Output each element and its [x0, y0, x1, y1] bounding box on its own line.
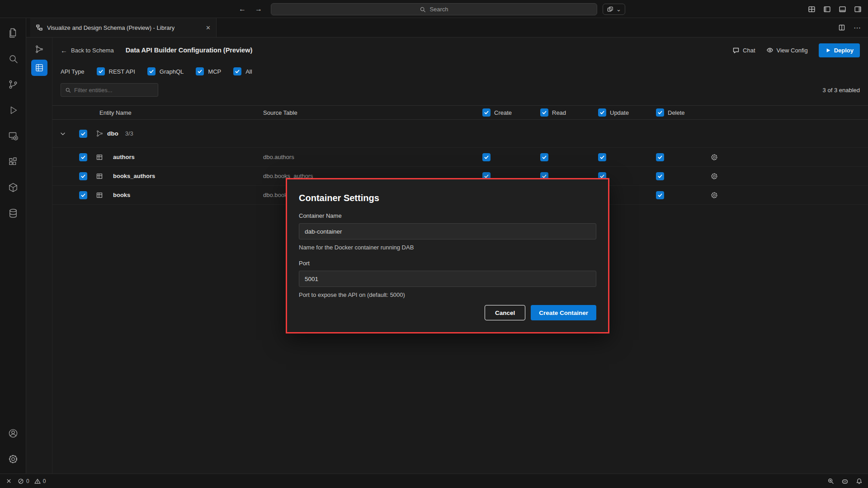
zoom-status-button[interactable] [827, 478, 834, 484]
accounts-button[interactable] [0, 420, 26, 446]
row-settings-button[interactable] [710, 153, 718, 161]
delete-all-checkbox[interactable] [656, 108, 664, 117]
dab-config-button[interactable] [31, 60, 47, 76]
extensions-button[interactable] [0, 149, 26, 174]
remote-explorer-button[interactable] [0, 123, 26, 149]
back-to-schema-link[interactable]: ← Back to Schema [61, 47, 114, 54]
search-sidebar-button[interactable] [0, 46, 26, 71]
read-checkbox[interactable] [540, 153, 548, 161]
source-table: dbo.authors [263, 154, 458, 160]
search-icon [65, 87, 71, 93]
command-search-input[interactable]: Search [271, 3, 597, 15]
chevron-down-icon: ⌄ [616, 6, 621, 13]
container-settings-dialog: Container Settings Container Name Name f… [286, 178, 609, 333]
delete-checkbox[interactable] [656, 172, 664, 180]
deploy-button[interactable]: Deploy [819, 43, 860, 57]
search-icon [420, 6, 426, 13]
cancel-button[interactable]: Cancel [485, 305, 525, 320]
create-all-checkbox[interactable] [482, 108, 491, 117]
all-checkbox[interactable] [233, 67, 241, 75]
rest-api-checkbox[interactable] [97, 67, 105, 75]
toggle-sidebar-left-button[interactable] [823, 5, 831, 13]
row-checkbox[interactable] [79, 172, 87, 180]
container-name-label: Container Name [299, 212, 596, 219]
toggle-panel-button[interactable] [839, 5, 846, 13]
graphql-checkbox[interactable] [147, 67, 156, 75]
explorer-button[interactable] [0, 20, 26, 46]
notifications-button[interactable] [856, 478, 863, 484]
create-checkbox[interactable] [482, 153, 491, 161]
group-expand-chevron[interactable] [52, 130, 73, 137]
tab-visualize-schema[interactable]: Visualize and Design Schema (Preview) - … [30, 18, 217, 37]
entity-name: books_authors [106, 173, 263, 179]
filter-entities-input[interactable] [74, 87, 146, 94]
back-arrow-icon: ← [61, 47, 67, 54]
api-type-label: API Type [61, 68, 85, 75]
chat-button[interactable]: Chat [732, 47, 755, 54]
schema-designer-button[interactable] [31, 41, 47, 57]
title-bar: ← → Search ⌄ [0, 0, 868, 18]
port-input[interactable] [299, 271, 596, 287]
nav-back-button[interactable]: ← [239, 5, 246, 13]
source-control-button[interactable] [0, 71, 26, 97]
toggle-sidebar-right-button[interactable] [854, 5, 862, 13]
nav-forward-button[interactable]: → [255, 5, 262, 13]
tab-close-button[interactable]: ✕ [206, 24, 211, 31]
group-count: 3/3 [125, 130, 133, 137]
more-actions-button[interactable]: ⋯ [854, 23, 861, 32]
port-help: Port to expose the API on (default: 5000… [299, 291, 596, 298]
filter-entities-field[interactable] [61, 83, 158, 97]
error-icon [18, 478, 24, 484]
col-delete: Delete [668, 109, 685, 116]
eye-icon [766, 47, 774, 54]
port-label: Port [299, 260, 596, 267]
play-icon [825, 47, 831, 53]
col-update: Update [610, 109, 629, 116]
page-title: Data API Builder Configuration (Preview) [126, 47, 253, 54]
table-icon [93, 154, 106, 161]
customize-layout-button[interactable] [808, 5, 816, 13]
container-tools-button[interactable] [0, 174, 26, 200]
container-name-help: Name for the Docker container running DA… [299, 244, 596, 251]
copilot-status-button[interactable] [841, 478, 849, 485]
delete-checkbox[interactable] [656, 153, 664, 161]
col-create: Create [494, 109, 512, 116]
database-button[interactable] [0, 200, 26, 226]
delete-checkbox[interactable] [656, 191, 664, 199]
row-settings-button[interactable] [710, 191, 718, 199]
status-bar: 0 0 [0, 474, 868, 488]
run-debug-button[interactable] [0, 97, 26, 123]
enabled-summary: 3 of 3 enabled [823, 87, 860, 94]
settings-button[interactable] [0, 446, 26, 472]
entity-name: books [106, 192, 263, 198]
designer-rail [26, 38, 52, 474]
container-name-input[interactable] [299, 223, 596, 239]
update-all-checkbox[interactable] [598, 108, 606, 117]
table-icon [93, 192, 106, 199]
mcp-checkbox[interactable] [196, 67, 204, 75]
table-icon [93, 173, 106, 180]
create-container-button[interactable]: Create Container [531, 305, 596, 320]
row-checkbox[interactable] [79, 153, 87, 161]
schema-tab-icon [36, 24, 43, 31]
copilot-menu-button[interactable]: ⌄ [603, 4, 625, 15]
group-name: dbo [107, 130, 118, 137]
update-checkbox[interactable] [598, 153, 606, 161]
row-checkbox[interactable] [79, 191, 87, 199]
col-read: Read [552, 109, 566, 116]
schema-icon [96, 130, 104, 137]
split-editor-button[interactable] [838, 24, 845, 31]
dialog-title: Container Settings [299, 193, 596, 203]
col-entity-name: Entity Name [93, 109, 263, 116]
remote-indicator-button[interactable] [5, 478, 12, 484]
warning-count: 0 [43, 478, 46, 484]
chat-icon [732, 47, 740, 54]
search-placeholder: Search [429, 6, 448, 13]
group-checkbox[interactable] [79, 130, 87, 138]
row-settings-button[interactable] [710, 172, 718, 180]
view-config-button[interactable]: View Config [766, 47, 808, 54]
read-all-checkbox[interactable] [540, 108, 548, 117]
warning-icon [34, 478, 41, 484]
error-count: 0 [26, 478, 29, 484]
problems-button[interactable]: 0 0 [18, 478, 46, 484]
